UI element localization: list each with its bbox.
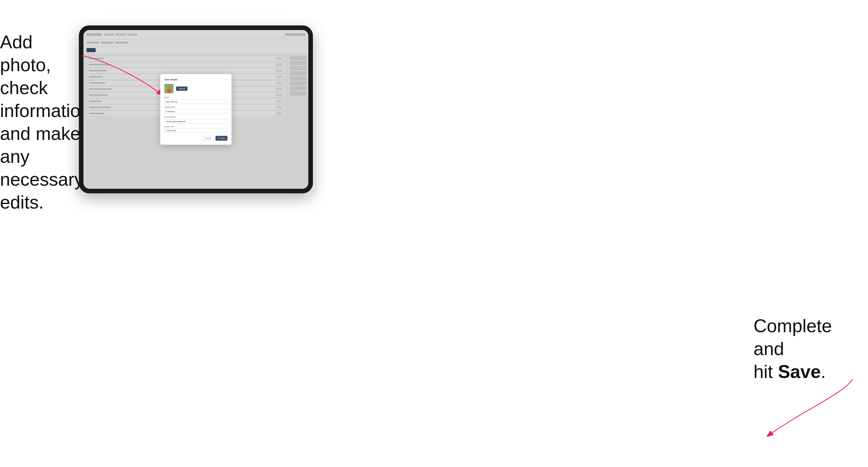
avatar: [164, 84, 174, 93]
name-input[interactable]: [164, 99, 227, 104]
display-name-field-group: Display name: [164, 106, 227, 114]
cancel-button[interactable]: Cancel: [203, 136, 214, 141]
email-field-group: Email address: [164, 116, 227, 124]
save-button[interactable]: ⬆ Save: [215, 136, 227, 141]
upload-button[interactable]: Upload: [176, 87, 187, 91]
modal-header: User details ×: [164, 78, 227, 81]
annotation-left: Add photo, check information and make an…: [0, 31, 82, 214]
save-icon: ⬆: [218, 137, 220, 139]
school-year-select-wrapper: × ⌄: [164, 128, 227, 133]
display-name-input[interactable]: [164, 110, 227, 114]
tablet-frame: User details × Upload: [79, 25, 313, 193]
name-label: Name: [164, 96, 227, 98]
user-details-modal: User details × Upload: [160, 74, 231, 145]
arrow-right: [753, 375, 855, 436]
close-icon[interactable]: ×: [224, 78, 227, 81]
svg-point-1: [167, 86, 170, 89]
photo-section: Upload: [164, 84, 227, 93]
modal-title: User details: [164, 79, 177, 81]
annotation-right: Complete and hit Save.: [753, 314, 860, 383]
school-year-input[interactable]: [164, 128, 227, 133]
school-year-label: School Year: [164, 126, 227, 127]
email-input[interactable]: [164, 119, 227, 124]
svg-rect-2: [167, 89, 171, 93]
modal-overlay: User details × Upload: [84, 30, 308, 189]
tablet-screen: User details × Upload: [84, 30, 308, 189]
display-name-label: Display name: [164, 106, 227, 108]
modal-footer: Cancel ⬆ Save: [164, 136, 227, 141]
email-label: Email address: [164, 116, 227, 118]
name-field-group: Name: [164, 96, 227, 104]
school-year-field-group: School Year × ⌄: [164, 126, 227, 133]
select-clear-icon[interactable]: ×: [222, 129, 223, 132]
